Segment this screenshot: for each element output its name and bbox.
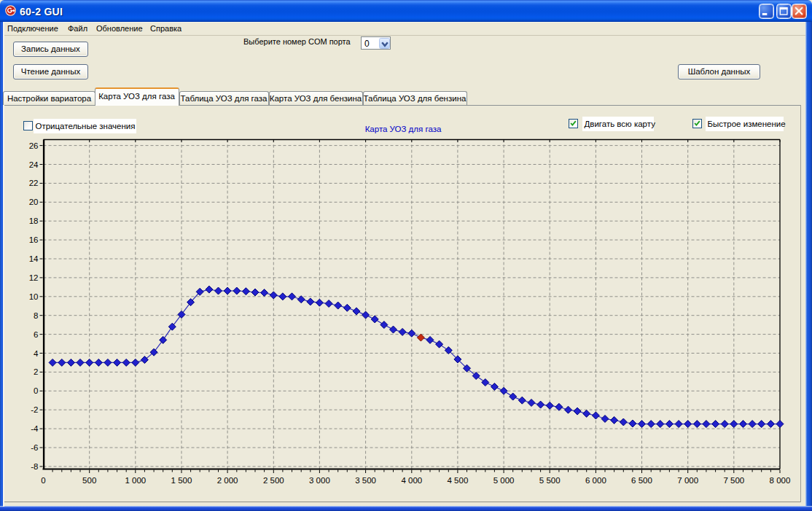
svg-text:22: 22 xyxy=(29,179,39,187)
svg-text:18: 18 xyxy=(29,217,39,225)
svg-text:0: 0 xyxy=(41,476,45,485)
svg-text:8 000: 8 000 xyxy=(770,476,791,485)
svg-text:6 500: 6 500 xyxy=(631,476,652,485)
svg-text:16: 16 xyxy=(29,235,39,244)
svg-text:6: 6 xyxy=(34,330,38,339)
svg-text:4 500: 4 500 xyxy=(448,476,469,485)
svg-text:6 000: 6 000 xyxy=(585,476,606,485)
svg-text:12: 12 xyxy=(29,273,39,282)
svg-text:-2: -2 xyxy=(31,405,38,414)
svg-text:10: 10 xyxy=(29,292,39,301)
svg-text:-8: -8 xyxy=(31,462,38,471)
svg-text:3 500: 3 500 xyxy=(355,476,376,485)
svg-text:2 500: 2 500 xyxy=(263,476,284,485)
svg-text:26: 26 xyxy=(29,141,39,150)
svg-text:2 000: 2 000 xyxy=(217,476,238,485)
svg-text:7 500: 7 500 xyxy=(723,476,744,485)
svg-text:24: 24 xyxy=(29,160,39,169)
svg-text:2: 2 xyxy=(34,367,38,376)
svg-text:500: 500 xyxy=(82,476,96,485)
svg-text:5 500: 5 500 xyxy=(539,476,561,485)
svg-text:20: 20 xyxy=(29,198,39,206)
svg-text:4: 4 xyxy=(34,349,39,358)
svg-text:7 000: 7 000 xyxy=(677,476,698,485)
svg-text:3 000: 3 000 xyxy=(309,476,330,485)
svg-text:8: 8 xyxy=(34,311,38,320)
svg-text:14: 14 xyxy=(29,254,39,263)
svg-text:-4: -4 xyxy=(31,424,39,433)
svg-text:1 500: 1 500 xyxy=(171,476,192,485)
svg-text:5 000: 5 000 xyxy=(493,476,515,485)
svg-text:1 000: 1 000 xyxy=(125,476,146,485)
svg-text:0: 0 xyxy=(34,386,38,395)
svg-text:4 000: 4 000 xyxy=(401,476,422,485)
svg-text:-6: -6 xyxy=(31,443,38,452)
